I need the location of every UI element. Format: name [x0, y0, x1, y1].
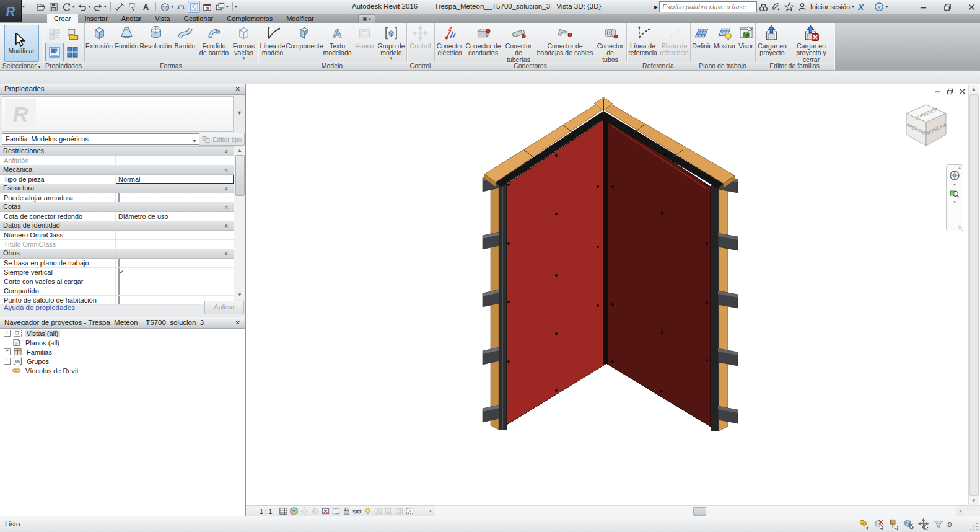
properties-help-link[interactable]: Ayuda de propiedades [4, 304, 75, 311]
right-wood-batten[interactable] [719, 182, 728, 431]
type-preview[interactable]: R [2, 96, 234, 132]
press-drag-icon[interactable] [918, 518, 930, 530]
property-row[interactable]: Cota de conector redondoDiámetro de uso [0, 212, 234, 221]
navigation-bar[interactable]: ✕ ▾ ▾ ◎ [946, 164, 963, 231]
type-selector-dropdown-icon[interactable]: ▼ [237, 110, 242, 116]
sun-path-icon[interactable] [299, 507, 310, 516]
sign-in-label[interactable]: Iniciar sesión [810, 3, 850, 11]
fundido-de-barrido-button[interactable]: Fundidode barrido [198, 24, 230, 56]
tree-item-planos[interactable]: Planos (all) [0, 338, 245, 347]
tree-item-familias[interactable]: + Familias [0, 347, 245, 357]
3d-view-dropdown-icon[interactable]: ▾ [172, 4, 174, 9]
undo-dropdown-icon[interactable]: ▾ [89, 4, 91, 9]
analytical-model-icon[interactable] [394, 507, 405, 516]
redo-dropdown-icon[interactable]: ▾ [104, 4, 107, 9]
linea-de-referencia-button[interactable]: Línea dereferencia [627, 24, 659, 56]
thin-lines-icon[interactable] [188, 1, 199, 12]
scrollbar-thumb[interactable] [235, 155, 245, 196]
aligned-dimension-icon[interactable] [115, 1, 126, 12]
scroll-up-icon[interactable]: ▲ [234, 146, 245, 154]
shadows-icon[interactable] [310, 507, 320, 516]
zoom-icon[interactable] [950, 188, 960, 198]
search-input[interactable] [659, 1, 757, 12]
property-group[interactable]: Restricciones« [0, 147, 234, 156]
conector-de-tubos-button[interactable]: Conector detubos [594, 24, 626, 63]
redo-icon[interactable] [92, 1, 103, 12]
family-types-icon[interactable] [46, 25, 63, 43]
filter-icon[interactable] [933, 519, 944, 530]
load-family-icon[interactable] [64, 25, 81, 43]
minimize-button[interactable] [919, 2, 928, 12]
vertical-scrollbar-thumb[interactable] [969, 94, 979, 496]
vertical-scrollbar[interactable]: ▲ ▼ [968, 85, 979, 505]
checkbox[interactable] [118, 259, 120, 267]
worksets-icon[interactable] [859, 518, 870, 530]
tree-item-vistas[interactable]: + Vistas (all) [0, 329, 245, 338]
worksharing-display-icon[interactable] [373, 507, 383, 516]
horizontal-scrollbar-thumb[interactable] [693, 507, 706, 516]
texto-modelado-button[interactable]: Textomodelado [322, 24, 353, 56]
help-dropdown-icon[interactable]: ▾ [886, 4, 888, 9]
property-row[interactable]: Número OmniClass [0, 231, 234, 240]
project-browser-header[interactable]: Navegador de proyectos - Trespa_Meteon__… [0, 317, 245, 329]
edit-type-button[interactable]: Editar tipo [199, 133, 245, 146]
property-group[interactable]: Otros« [0, 249, 234, 259]
search-toggle-icon[interactable]: ▶ [654, 4, 658, 10]
checkbox[interactable] [118, 277, 120, 286]
family-category-icon[interactable] [64, 43, 81, 61]
text-icon[interactable] [141, 1, 152, 12]
family-selector[interactable]: Familia: Modelos genéricos ▼ [2, 133, 199, 145]
editable-only-icon[interactable] [873, 518, 885, 530]
conector-electrico-button[interactable]: Conectoreléctrico [434, 24, 465, 56]
scroll-down-icon[interactable]: ▼ [234, 291, 245, 299]
horizontal-scrollbar[interactable] [435, 505, 956, 516]
property-group[interactable]: Estructura« [0, 184, 234, 193]
scroll-up-icon[interactable]: ▲ [969, 85, 979, 94]
formas-vacias-button[interactable]: Formasvacías▾ [230, 24, 258, 60]
family-selector-arrow-icon[interactable]: ▼ [192, 136, 197, 146]
tree-item-vinculos[interactable]: Vínculos de Revit [0, 366, 245, 375]
tab-insertar[interactable]: Insertar [78, 14, 115, 23]
property-group[interactable]: Cotas« [0, 203, 234, 212]
conector-de-bandejas-button[interactable]: Conector debandejas de cables [536, 24, 594, 56]
checkbox[interactable] [118, 193, 120, 202]
sign-in-icon[interactable] [796, 1, 808, 12]
scroll-down-icon[interactable]: ▼ [969, 497, 979, 505]
properties-close-icon[interactable]: ✕ [235, 86, 240, 92]
search-icon[interactable] [757, 1, 769, 12]
tree-item-grupos[interactable]: + Grupos [0, 357, 245, 366]
switch-windows-icon[interactable] [214, 1, 225, 12]
property-row[interactable]: Tipo de piezaNormal [0, 175, 234, 184]
application-menu-button[interactable]: R [0, 0, 22, 22]
cargar-en-proyecto-y-cerrar-button[interactable]: Cargar enproyecto y cerrar [789, 24, 834, 63]
3d-model-view[interactable] [246, 84, 980, 505]
definir-button[interactable]: Definir [690, 24, 713, 50]
panel-label-seleccionar[interactable]: Seleccionar ▾ [0, 62, 43, 70]
property-row[interactable]: Compartido [0, 286, 234, 296]
tab-gestionar[interactable]: Gestionar [177, 14, 221, 23]
lock-3d-view-icon[interactable] [341, 507, 352, 516]
left-wood-batten[interactable] [491, 181, 499, 430]
property-row[interactable]: Puede alojar armadura [0, 193, 234, 203]
property-row[interactable]: Anfitrión [0, 156, 234, 166]
grupo-de-modelo-button[interactable]: Grupo demodelo▾ [377, 24, 406, 60]
checkbox[interactable] [118, 268, 120, 277]
mostrar-button[interactable]: Mostrar [713, 24, 737, 50]
property-group[interactable]: Datos de identidad« [0, 221, 234, 231]
tag-by-category-icon[interactable] [128, 1, 139, 12]
properties-palette-icon[interactable] [46, 43, 63, 61]
restore-button[interactable] [943, 2, 952, 12]
navbar-close-icon[interactable]: ✕ [958, 166, 961, 171]
sync-with-central-icon[interactable] [61, 1, 72, 12]
temporary-hide-isolate-icon[interactable] [352, 507, 362, 516]
expand-icon[interactable]: + [4, 348, 11, 355]
cargar-en-proyecto-button[interactable]: Cargar enproyecto [756, 24, 789, 56]
viewcube[interactable]: SUPERIOR FRONTAL DERECHA [900, 100, 952, 152]
switch-windows-dropdown-icon[interactable]: ▾ [226, 4, 229, 9]
visual-style-icon[interactable] [289, 507, 299, 516]
properties-palette-header[interactable]: Propiedades ✕ [0, 84, 245, 95]
property-row[interactable]: Se basa en plano de trabajo [0, 259, 234, 268]
project-browser-close-icon[interactable]: ✕ [235, 319, 240, 326]
close-hidden-windows-icon[interactable] [201, 1, 212, 12]
close-button[interactable] [967, 2, 976, 12]
